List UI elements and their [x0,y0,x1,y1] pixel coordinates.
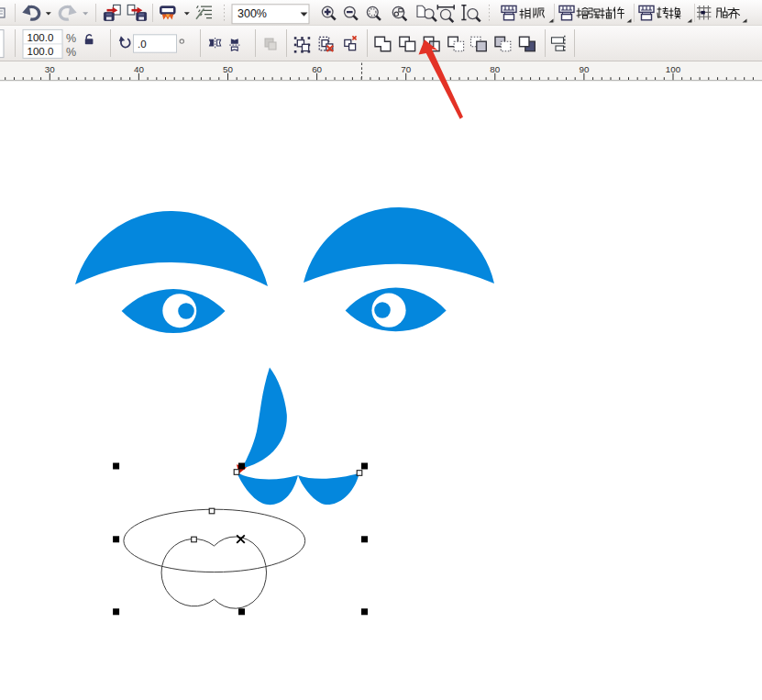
svg-text:90: 90 [579,64,589,74]
svg-text:100: 100 [666,64,681,74]
svg-text:80: 80 [490,64,500,74]
svg-text:300%: 300% [237,7,267,20]
svg-text:.0: .0 [138,39,147,50]
svg-text:%: % [66,46,76,59]
svg-text:40: 40 [134,64,144,74]
svg-text:100.0: 100.0 [28,46,54,57]
svg-text:30: 30 [45,64,55,74]
svg-text:%: % [66,32,76,45]
svg-text:60: 60 [312,64,322,74]
svg-text:100.0: 100.0 [28,32,54,43]
svg-text:70: 70 [401,64,411,74]
svg-text:50: 50 [223,64,233,74]
